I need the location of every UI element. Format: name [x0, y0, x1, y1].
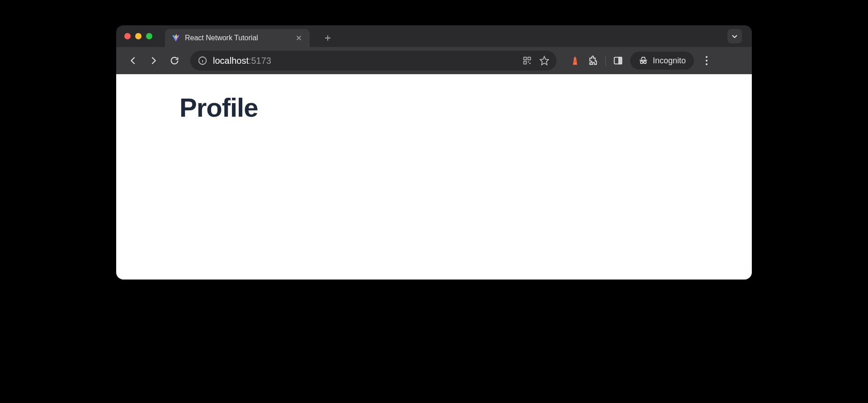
bookmark-star-icon[interactable]	[539, 56, 549, 66]
page-viewport: Profile	[116, 74, 752, 280]
new-tab-button[interactable]	[322, 33, 333, 43]
svg-point-9	[641, 61, 643, 64]
page-heading: Profile	[179, 92, 689, 123]
incognito-icon	[638, 56, 648, 66]
address-text[interactable]: localhost:5173	[213, 56, 517, 66]
svg-point-10	[644, 61, 646, 64]
svg-rect-6	[574, 58, 576, 60]
window-minimize-button[interactable]	[135, 33, 142, 39]
toolbar: localhost:5173	[116, 47, 752, 74]
forward-button[interactable]	[145, 52, 162, 69]
qr-code-icon[interactable]	[522, 56, 532, 66]
url-port: :5173	[249, 56, 271, 66]
address-bar[interactable]: localhost:5173	[190, 51, 557, 71]
browser-tab[interactable]: React Network Tutorial	[165, 29, 310, 47]
toolbar-divider	[605, 55, 606, 66]
svg-rect-4	[528, 62, 529, 63]
extensions-icon[interactable]	[587, 55, 599, 66]
window-controls	[124, 33, 152, 39]
svg-rect-5	[529, 63, 531, 64]
svg-rect-8	[619, 57, 622, 64]
back-button[interactable]	[124, 52, 142, 69]
window-close-button[interactable]	[124, 33, 131, 39]
titlebar: React Network Tutorial	[116, 25, 752, 47]
vite-favicon-icon	[171, 33, 180, 43]
tab-close-button[interactable]	[294, 33, 303, 43]
tab-title: React Network Tutorial	[185, 34, 290, 42]
svg-rect-2	[528, 57, 531, 60]
incognito-label: Incognito	[653, 56, 686, 66]
browser-window: React Network Tutorial	[116, 25, 752, 280]
url-host: localhost	[213, 56, 249, 66]
incognito-badge[interactable]: Incognito	[630, 52, 694, 70]
svg-rect-1	[524, 57, 527, 60]
side-panel-icon[interactable]	[612, 55, 624, 66]
window-maximize-button[interactable]	[146, 33, 152, 39]
browser-menu-button[interactable]	[700, 54, 713, 67]
svg-rect-3	[524, 62, 527, 64]
reload-button[interactable]	[166, 52, 183, 69]
site-info-icon[interactable]	[198, 56, 208, 66]
tabs-dropdown-button[interactable]	[727, 29, 742, 43]
lighthouse-extension-icon[interactable]	[569, 55, 581, 66]
